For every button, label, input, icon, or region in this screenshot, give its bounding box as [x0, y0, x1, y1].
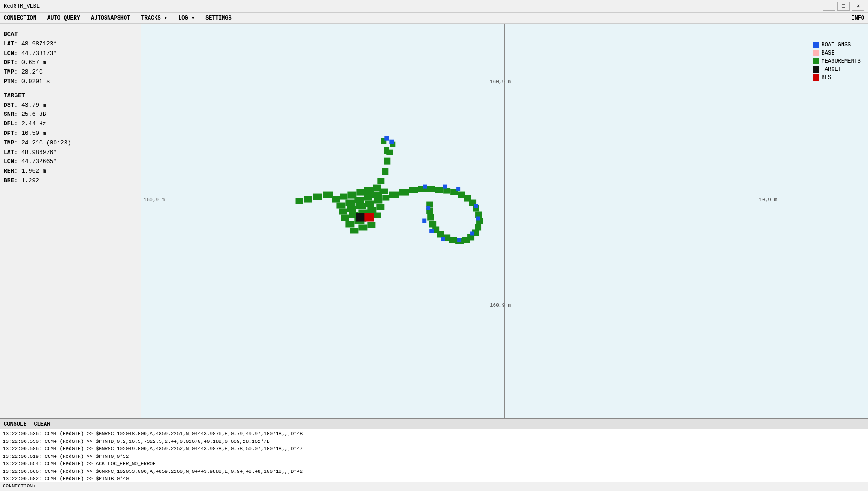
svg-rect-16: [374, 198, 382, 204]
target-snr: SNR: 25.6 dB: [4, 110, 137, 119]
svg-rect-65: [427, 214, 434, 221]
boat-lat-value: 48.987123°: [21, 40, 57, 47]
target-bre-value: 1.292: [21, 177, 39, 184]
svg-rect-43: [409, 187, 418, 193]
legend-measurements: MEASUREMENTS: [813, 58, 861, 64]
close-button[interactable]: ✕: [852, 2, 864, 11]
boat-ptm: PTM: 0.0291 s: [4, 77, 137, 87]
window-title: RedGTR_VLBL: [4, 3, 40, 10]
boat-tmp-label: TMP:: [4, 69, 18, 75]
svg-rect-28: [358, 224, 367, 230]
target-rer: RER: 1.962 m: [4, 167, 137, 176]
target-tmp: TMP: 24.2°C (00:23): [4, 139, 137, 148]
console-header: CONSOLE CLEAR: [0, 419, 868, 429]
legend-base: BASE: [813, 50, 861, 56]
target-snr-value: 25.6 dB: [21, 111, 46, 118]
console-log-line: 13:22:00.619: COM4 (RedGTR) >> $PTNT0,0*…: [3, 453, 865, 461]
target-lon-label: LON:: [4, 158, 18, 165]
console-log-line: 13:22:00.550: COM4 (RedGTR) >> $PTNTD,0.…: [3, 438, 865, 446]
console-area: CONSOLE CLEAR 13:22:00.536: COM4 (RedGTR…: [0, 418, 868, 491]
map-svg: [141, 24, 868, 418]
svg-rect-72: [456, 187, 460, 191]
boat-lon-value: 44.733173°: [21, 50, 57, 57]
map-area[interactable]: 160,9 m 10,9 m 160,9 m 160,9 m: [141, 24, 868, 418]
svg-rect-27: [350, 228, 358, 233]
legend-label-target: TARGET: [822, 66, 841, 73]
target-lat: LAT: 48.986976°: [4, 148, 137, 158]
svg-rect-64: [429, 221, 436, 228]
content-area: BOAT LAT: 48.987123° LON: 44.733173° DPT…: [0, 24, 868, 418]
console-clear-button[interactable]: CLEAR: [34, 421, 50, 427]
console-log[interactable]: 13:22:00.536: COM4 (RedGTR) >> $GNRMC,10…: [0, 429, 868, 482]
svg-rect-39: [386, 150, 393, 155]
target-lon: LON: 44.732665°: [4, 157, 137, 167]
menu-info[interactable]: INFO: [849, 14, 866, 22]
svg-rect-31: [313, 194, 322, 200]
svg-rect-71: [443, 185, 447, 189]
svg-rect-78: [429, 229, 434, 233]
menu-connection[interactable]: CONNECTION: [2, 14, 38, 22]
boat-ptm-value: 0.0291 s: [21, 78, 50, 85]
boat-lon: LON: 44.733173°: [4, 49, 137, 59]
legend-box-best: [813, 74, 819, 81]
target-lon-value: 44.732665°: [21, 158, 57, 165]
svg-rect-42: [399, 189, 409, 196]
boat-section-title: BOAT: [4, 30, 137, 40]
svg-rect-41: [389, 192, 399, 198]
console-log-line: 13:22:00.666: COM4 (RedGTR) >> $GNRMC,10…: [3, 468, 865, 476]
legend-label-boat-gnss: BOAT GNSS: [822, 42, 851, 48]
legend-boat-gnss: BOAT GNSS: [813, 42, 861, 48]
svg-rect-1: [340, 194, 347, 200]
target-section-title: TARGET: [4, 91, 137, 101]
menu-auto-query[interactable]: AUTO QUERY: [45, 14, 82, 22]
window-controls: — ☐ ✕: [823, 2, 864, 11]
svg-rect-3: [356, 189, 364, 196]
main: BOAT LAT: 48.987123° LON: 44.733173° DPT…: [0, 24, 868, 491]
restore-button[interactable]: ☐: [837, 2, 850, 11]
svg-rect-76: [457, 238, 461, 242]
legend: BOAT GNSS BASE MEASUREMENTS TARGET BEST: [813, 42, 861, 83]
console-log-line: 13:22:00.682: COM4 (RedGTR) >> $PTNTB,0*…: [3, 475, 865, 482]
target-rer-label: RER:: [4, 168, 18, 174]
svg-rect-79: [422, 219, 426, 223]
svg-rect-73: [474, 204, 478, 208]
legend-label-best: BEST: [822, 74, 835, 81]
menu-log[interactable]: LOG ▾: [176, 14, 196, 22]
boat-ptm-label: PTM:: [4, 78, 18, 85]
target-dpl-value: 2.44 Hz: [21, 120, 46, 127]
legend-box-target: [813, 66, 819, 73]
console-log-line: 13:22:00.586: COM4 (RedGTR) >> $GNRMC,10…: [3, 445, 865, 453]
svg-rect-9: [364, 194, 372, 201]
menu-tracks[interactable]: TRACKS ▾: [139, 14, 169, 22]
legend-box-base: [813, 50, 819, 56]
measurements-cluster: [296, 138, 483, 244]
left-panel: BOAT LAT: 48.987123° LON: 44.733173° DPT…: [0, 24, 141, 418]
svg-rect-8: [354, 197, 364, 203]
svg-rect-18: [341, 215, 349, 221]
boat-dpt-label: DPT:: [4, 59, 18, 66]
svg-rect-6: [336, 203, 345, 209]
svg-rect-0: [332, 196, 340, 203]
target-dpl-label: DPL:: [4, 120, 18, 127]
console-log-line: 13:22:00.536: COM4 (RedGTR) >> $GNRMC,10…: [3, 430, 865, 438]
console-tab[interactable]: CONSOLE: [4, 421, 26, 427]
boat-lon-label: LON:: [4, 50, 18, 57]
svg-rect-11: [379, 189, 388, 194]
menu-autosnapshot[interactable]: AUTOSNAPSHOT: [89, 14, 132, 22]
svg-rect-17: [382, 195, 389, 201]
target-dst-label: DST:: [4, 102, 18, 109]
target-dst-value: 43.79 m: [21, 102, 46, 109]
menu-settings[interactable]: SETTINGS: [204, 14, 234, 22]
svg-rect-70: [423, 185, 427, 189]
boat-tmp-value: 28.2°C: [21, 69, 43, 75]
target-tmp-label: TMP:: [4, 139, 18, 146]
svg-rect-35: [382, 168, 388, 175]
legend-best: BEST: [813, 74, 861, 81]
target-lat-label: LAT:: [4, 149, 18, 156]
minimize-button[interactable]: —: [823, 2, 835, 11]
legend-box-boat-gnss: [813, 42, 819, 48]
svg-rect-33: [296, 198, 303, 204]
svg-rect-26: [373, 213, 381, 218]
svg-rect-23: [345, 221, 354, 228]
target-dpt-value: 16.50 m: [21, 130, 46, 137]
